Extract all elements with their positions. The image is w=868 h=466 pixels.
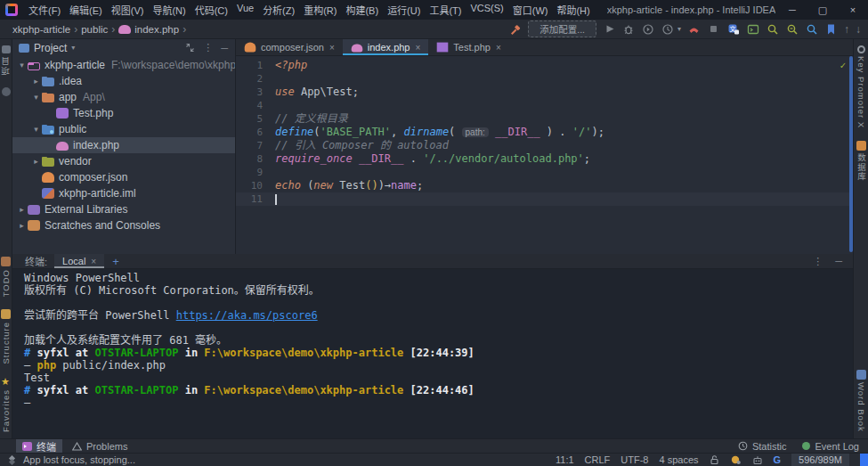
tree-item-public[interactable]: ▾public (12, 121, 235, 137)
terminal-toolwindow-button[interactable]: 终端 (16, 439, 62, 453)
debug-bug-icon[interactable] (622, 22, 636, 36)
menu-item[interactable]: 视图(V) (107, 3, 149, 17)
navigate-back-up-icon[interactable]: ↑ (844, 23, 849, 36)
menu-item[interactable]: 编辑(E) (65, 3, 107, 17)
stop-phone-icon[interactable] (687, 22, 701, 36)
tool-stripe-button-database[interactable]: 数据库 (855, 141, 867, 182)
tree-item-index-php[interactable]: index.php (12, 137, 235, 153)
editor-tab-test-php[interactable]: Test.php× (428, 39, 508, 55)
collapse-all-icon[interactable] (185, 43, 195, 53)
hide-panel-icon[interactable]: ─ (221, 43, 228, 53)
tab-close-icon[interactable]: × (329, 43, 335, 53)
menu-item[interactable]: 工具(T) (425, 3, 466, 17)
tree-item-project-root[interactable]: ▾xkphp-articleF:\workspace\demo\xkphp-ar… (12, 57, 235, 73)
panel-options-kebab-icon[interactable]: ⋮ (203, 42, 213, 53)
tree-chevron-icon[interactable]: ▸ (30, 153, 42, 169)
fld-app-icon (42, 94, 54, 102)
menu-item[interactable]: 代码(C) (191, 3, 232, 17)
maximize-button[interactable]: ▢ (807, 0, 838, 20)
terminal-options-kebab-icon[interactable]: ⋮ (813, 256, 823, 267)
tree-item-vendor[interactable]: ▸vendor (12, 153, 235, 169)
tool-stripe-button-project-stripe[interactable]: 项目 (0, 45, 12, 75)
line-ending-widget[interactable]: CRLF (585, 454, 611, 465)
event-log-button[interactable]: Event Log (802, 441, 859, 452)
close-button[interactable]: × (838, 0, 868, 20)
tree-item-test-php[interactable]: Test.php (12, 105, 235, 121)
readonly-lock-icon[interactable] (710, 454, 719, 465)
profiler-dropdown-caret[interactable]: ▾ (677, 25, 681, 33)
terminal-link[interactable]: https://aka.ms/pscore6 (176, 309, 318, 322)
editor-tab-index-php[interactable]: index.php× (343, 39, 429, 55)
breadcrumb-item[interactable]: index.php (134, 24, 179, 35)
tree-chevron-icon[interactable]: ▾ (16, 57, 28, 73)
profiler-clock-icon[interactable] (661, 22, 675, 36)
menu-item[interactable]: VCS(S) (466, 3, 507, 17)
code-editor[interactable]: ✓ 1<?php23use App\Test;45// 定义根目录6define… (236, 56, 853, 254)
menu-item[interactable]: 导航(N) (148, 3, 190, 17)
tree-item-app[interactable]: ▾appApp\ (12, 89, 235, 105)
tool-stripe-button-favorites[interactable]: Favorites (1, 377, 11, 432)
menu-item[interactable]: Vue (232, 3, 258, 17)
tree-item-composer-json[interactable]: composer.json (12, 169, 235, 185)
tool-stripe-button-keypromoter[interactable]: Key Promoter X (856, 45, 866, 128)
find-icon[interactable] (766, 22, 779, 36)
translation-plugin-icon[interactable]: 文 (726, 22, 740, 36)
caret-position-widget[interactable]: 11:1 (556, 454, 574, 465)
menu-item[interactable]: 构建(B) (341, 3, 383, 17)
tool-stripe-button-structure[interactable]: Structure (1, 309, 11, 364)
replace-icon[interactable] (785, 22, 799, 36)
build-hammer-icon[interactable] (508, 22, 522, 36)
tool-stripe-button-wordbook[interactable]: Word Book (856, 370, 866, 432)
tree-chevron-icon[interactable]: ▸ (16, 201, 28, 217)
tool-stripe-button-plugin-circle[interactable] (2, 87, 11, 96)
menu-item[interactable]: 分析(Z) (258, 3, 299, 17)
menu-item[interactable]: 运行(U) (383, 3, 425, 17)
statistic-button[interactable]: Statistic (738, 441, 787, 452)
tree-chevron-icon[interactable]: ▸ (30, 73, 42, 89)
minimize-button[interactable]: ─ (777, 0, 807, 20)
resize-grip[interactable] (860, 454, 868, 466)
run-anything-icon[interactable] (746, 22, 759, 36)
indent-widget[interactable]: 4 spaces (659, 454, 698, 465)
search-everywhere-icon[interactable] (805, 22, 818, 36)
notifications-gear-icon[interactable] (730, 454, 742, 465)
stop-square-icon[interactable] (707, 22, 720, 36)
run-config-selector[interactable]: 添加配置... (528, 20, 596, 37)
tool-stripe-button-todo[interactable]: TODO (1, 257, 11, 297)
editor-scrollbar[interactable] (849, 56, 853, 252)
tree-item-iml[interactable]: xkphp-article.iml (12, 185, 235, 201)
terminal-hide-icon[interactable]: ─ (835, 256, 842, 267)
terminal-output[interactable]: Windows PowerShell版权所有 (C) Microsoft Cor… (12, 269, 853, 438)
project-panel-title[interactable]: Project (34, 42, 67, 54)
tree-chevron-icon[interactable]: ▾ (30, 121, 42, 137)
problems-toolwindow-button[interactable]: Problems (66, 439, 134, 453)
rerun-circle-icon[interactable] (642, 22, 655, 36)
menu-item[interactable]: 文件(F) (24, 3, 65, 17)
tree-chevron-icon[interactable]: ▾ (30, 89, 42, 105)
terminal-tab-local[interactable]: Local × (54, 254, 104, 268)
terminal-tab-close-icon[interactable]: × (91, 257, 96, 266)
menu-item[interactable]: 帮助(H) (552, 3, 594, 17)
tree-item-scratches[interactable]: ▸Scratches and Consoles (12, 217, 235, 233)
tree-item-idea[interactable]: ▸.idea (12, 73, 235, 89)
database-icon (856, 141, 866, 151)
google-translate-icon[interactable]: G (774, 454, 782, 465)
new-terminal-session-button[interactable]: + (104, 255, 127, 268)
navigate-forward-down-icon[interactable]: ↓ (856, 23, 861, 36)
tree-chevron-icon[interactable]: ▸ (16, 217, 28, 233)
tree-item-external-libraries[interactable]: ▸External Libraries (12, 201, 235, 217)
memory-indicator[interactable]: 596/989M (791, 454, 849, 466)
encoding-widget[interactable]: UTF-8 (621, 454, 648, 465)
menu-item[interactable]: 窗口(W) (508, 3, 553, 17)
editor-tab-composer-json[interactable]: composer.json× (236, 39, 343, 55)
tab-close-icon[interactable]: × (496, 43, 501, 53)
inspections-ok-icon[interactable]: ✓ (840, 60, 846, 71)
robot-plugin-icon[interactable] (752, 454, 763, 465)
bookmark-icon[interactable] (824, 22, 838, 36)
project-view-dropdown-caret[interactable]: ▾ (71, 44, 75, 52)
menu-item[interactable]: 重构(R) (299, 3, 341, 17)
breadcrumb-item[interactable]: public (81, 24, 108, 35)
run-button-icon[interactable] (603, 22, 616, 36)
breadcrumb-item[interactable]: xkphp-article (12, 24, 70, 35)
tab-close-icon[interactable]: × (416, 43, 421, 53)
